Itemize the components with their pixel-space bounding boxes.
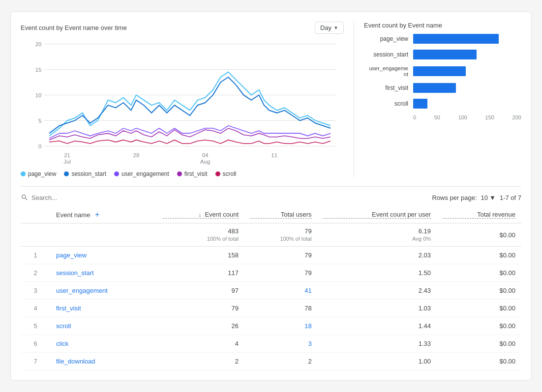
events-table: Event name + ↓ Event count Total users E… [21, 206, 521, 370]
sort-icon: ↓ [198, 211, 202, 218]
bar-fill-session-start [413, 50, 477, 59]
svg-text:21: 21 [64, 152, 70, 158]
search-icon [21, 194, 29, 201]
bar-fill-scroll [413, 99, 427, 109]
col-total-users: Total users [244, 206, 318, 224]
col-event-name: Event name + [50, 206, 157, 224]
totals-row: 483 100% of total 79 100% of total 6.19 … [21, 224, 521, 247]
day-dropdown[interactable]: Day ▼ [315, 22, 344, 34]
svg-text:Jul: Jul [63, 159, 71, 165]
table-controls: Rows per page: 10 ▼ 1-7 of 7 [21, 194, 521, 201]
pagination-controls: Rows per page: 10 ▼ 1-7 of 7 [432, 194, 522, 201]
table-row: 6 click 4 3 1.33 $0.00 [21, 335, 521, 353]
table-row: 5 scroll 26 18 1.44 $0.00 [21, 317, 521, 335]
event-link-file-download[interactable]: file_download [56, 358, 95, 365]
search-box[interactable] [21, 194, 130, 201]
line-chart-panel: Event count by Event name over time Day … [21, 22, 354, 177]
event-link-user-engagement[interactable]: user_engagement [56, 287, 108, 294]
svg-text:20: 20 [35, 41, 42, 47]
legend-first-visit: first_visit [177, 170, 208, 177]
user-engagement-dot [114, 171, 119, 176]
section-divider [21, 186, 521, 187]
bar-row-first-visit: first_visit [364, 83, 521, 93]
col-num [21, 206, 50, 224]
line-chart-svg: 20 15 10 5 0 21 Jul 28 04 Aug 11 [21, 39, 344, 167]
line-chart-area: 20 15 10 5 0 21 Jul 28 04 Aug 11 [21, 39, 344, 167]
main-card: Event count by Event name over time Day … [10, 11, 532, 381]
add-column-button[interactable]: + [95, 210, 99, 219]
legend-session-start: session_start [64, 170, 106, 177]
table-row: 3 user_engagement 97 41 2.43 $0.00 [21, 282, 521, 300]
charts-section: Event count by Event name over time Day … [21, 22, 521, 177]
legend-scroll: scroll [215, 170, 237, 177]
rows-per-page-dropdown[interactable]: 10 ▼ [481, 194, 496, 201]
chevron-down-icon: ▼ [489, 194, 496, 201]
table-row: 2 session_start 117 79 1.50 $0.00 [21, 264, 521, 282]
col-event-count[interactable]: ↓ Event count [157, 206, 244, 224]
bar-fill-page-view [413, 34, 499, 44]
bar-chart-area: page_view session_start user_engagement [364, 34, 521, 120]
first-visit-dot [177, 171, 182, 176]
bar-row-user-engagement: user_engagement [364, 65, 521, 77]
bar-row-scroll: scroll [364, 99, 521, 109]
svg-text:Aug: Aug [200, 159, 210, 165]
svg-text:28: 28 [133, 152, 140, 158]
session-start-dot [64, 171, 69, 176]
bar-axis: 0 50 100 150 200 [364, 114, 521, 120]
line-chart-legend: page_view session_start user_engagement … [21, 170, 344, 177]
svg-text:11: 11 [271, 152, 277, 158]
bar-row-session-start: session_start [364, 50, 521, 59]
svg-text:15: 15 [35, 67, 42, 73]
search-input[interactable] [31, 194, 130, 201]
page-view-dot [21, 171, 26, 176]
table-row: 7 file_download 2 2 1.00 $0.00 [21, 353, 521, 370]
event-link-page-view[interactable]: page_view [56, 252, 87, 259]
svg-text:5: 5 [38, 118, 41, 124]
pagination-range: 1-7 of 7 [500, 194, 521, 201]
col-event-count-per-user: Event count per user [318, 206, 437, 224]
svg-text:0: 0 [38, 143, 41, 149]
event-link-first-visit[interactable]: first_visit [56, 305, 81, 312]
event-link-click[interactable]: click [56, 340, 68, 347]
svg-text:04: 04 [202, 152, 209, 158]
legend-user-engagement: user_engagement [114, 170, 169, 177]
line-chart-title: Event count by Event name over time [21, 24, 127, 31]
bar-chart-title: Event count by Event name [364, 22, 442, 29]
line-chart-header: Event count by Event name over time Day … [21, 22, 344, 34]
event-link-scroll[interactable]: scroll [56, 322, 71, 330]
table-row: 1 page_view 158 79 2.03 $0.00 [21, 247, 521, 264]
bar-chart-header: Event count by Event name [364, 22, 521, 29]
bar-fill-user-engagement [413, 66, 466, 76]
rows-per-page-label: Rows per page: [432, 194, 477, 201]
svg-text:10: 10 [35, 92, 42, 98]
bar-fill-first-visit [413, 83, 456, 93]
bar-chart-panel: Event count by Event name page_view sess… [364, 22, 521, 177]
bar-row-page-view: page_view [364, 34, 521, 44]
event-link-session-start[interactable]: session_start [56, 269, 94, 277]
table-row: 4 first_visit 79 78 1.03 $0.00 [21, 300, 521, 317]
chevron-down-icon: ▼ [333, 25, 338, 30]
table-header-row: Event name + ↓ Event count Total users E… [21, 206, 521, 224]
legend-page-view: page_view [21, 170, 56, 177]
scroll-dot [215, 171, 220, 176]
col-total-revenue: Total revenue [437, 206, 521, 224]
